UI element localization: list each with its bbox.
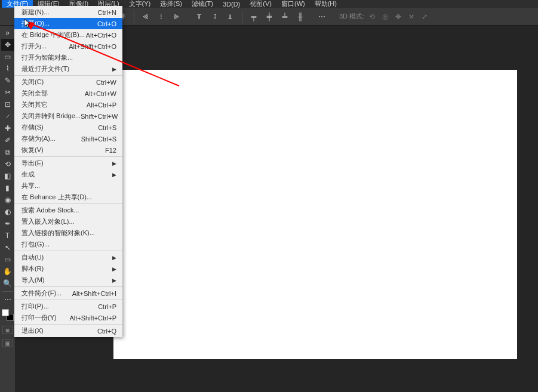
quickmask-icon[interactable]: ◙ — [2, 326, 13, 334]
distribute-h-icon[interactable]: ╫ — [294, 10, 307, 23]
menu-item-label: 打开(O)... — [21, 19, 50, 28]
menu-item[interactable]: 退出(X)Ctrl+Q — [14, 325, 122, 337]
menu-item-label: 共享... — [21, 181, 40, 190]
menu-item-label: 搜索 Adobe Stock... — [21, 206, 79, 215]
menu-item[interactable]: 关闭其它Alt+Ctrl+P — [14, 99, 122, 110]
menu-item[interactable]: 新建(N)...Ctrl+N — [14, 7, 122, 18]
quick-select-tool-icon[interactable]: ✎ — [1, 75, 14, 87]
healing-tool-icon[interactable]: ✚ — [1, 122, 14, 134]
shape-tool-icon[interactable]: ▭ — [1, 254, 14, 266]
menu-item[interactable]: 打印一份(Y)Alt+Shift+Ctrl+P — [14, 312, 122, 323]
menu-item[interactable]: 导出(E)▶ — [14, 158, 122, 169]
eraser-tool-icon[interactable]: ◧ — [1, 170, 14, 182]
path-select-icon[interactable]: ↖ — [1, 242, 14, 254]
menu-item[interactable]: 打开(O)...Ctrl+O — [14, 18, 122, 29]
menu-item[interactable]: 存储(S)Ctrl+S — [14, 122, 122, 133]
menubar-item-6[interactable]: 滤镜(T) — [187, 0, 218, 8]
eyedropper-tool-icon[interactable]: ⟋ — [1, 110, 14, 122]
align-center-h-icon[interactable]: ⫶ — [155, 10, 168, 23]
frame-tool-icon[interactable]: ⊡ — [1, 98, 14, 110]
align-top-icon[interactable]: ⫪ — [193, 10, 206, 23]
crop-tool-icon[interactable]: ✂ — [1, 87, 14, 98]
gradient-tool-icon[interactable]: ▮ — [1, 182, 14, 194]
3d-scale-icon[interactable]: ⤢ — [419, 11, 430, 22]
foreground-color[interactable] — [2, 309, 9, 316]
menu-item-shortcut: Alt+Ctrl+O — [86, 32, 116, 39]
menu-item-shortcut: Ctrl+W — [96, 79, 116, 86]
menu-item[interactable]: 脚本(R)▶ — [14, 263, 122, 274]
align-bottom-icon[interactable]: ⫫ — [224, 10, 237, 23]
menu-item[interactable]: 恢复(V)F12 — [14, 144, 122, 156]
menu-item-label: 打开为... — [21, 42, 47, 51]
file-menu-dropdown: 新建(N)...Ctrl+N打开(O)...Ctrl+O在 Bridge 中浏览… — [14, 6, 122, 337]
pen-tool-icon[interactable]: ✒ — [1, 218, 14, 230]
screenmode-icon[interactable]: ▣ — [2, 339, 13, 347]
brush-tool-icon[interactable]: ✐ — [1, 134, 14, 146]
menu-item[interactable]: 打印(P)...Ctrl+P — [14, 301, 122, 312]
menu-item[interactable]: 最近打开文件(T)▶ — [14, 63, 122, 75]
menubar-item-9[interactable]: 窗口(W) — [276, 0, 310, 8]
marquee-tool-icon[interactable]: ▭ — [1, 51, 14, 63]
menu-item-shortcut: Alt+Shift+Ctrl+P — [69, 314, 116, 322]
distribute-top-icon[interactable]: ╤ — [247, 10, 260, 23]
document-canvas[interactable] — [113, 70, 517, 359]
align-center-v-icon[interactable]: ⫱ — [208, 10, 222, 23]
menu-item-label: 关闭并转到 Bridge... — [21, 112, 81, 121]
menu-item-label: 关闭全部 — [21, 89, 48, 98]
type-tool-icon[interactable]: T — [1, 230, 14, 242]
menu-item-shortcut: Ctrl+Q — [97, 328, 116, 335]
menu-item[interactable]: 置入链接的智能对象(K)... — [14, 227, 122, 239]
history-brush-icon[interactable]: ⟲ — [1, 158, 14, 170]
blur-tool-icon[interactable]: ◉ — [1, 194, 14, 206]
menubar-item-4[interactable]: 文字(Y) — [124, 0, 156, 8]
zoom-tool-icon[interactable]: 🔍 — [1, 277, 14, 289]
edit-toolbar-icon[interactable]: ⋯ — [1, 294, 14, 305]
menubar-item-8[interactable]: 视图(V) — [245, 0, 276, 8]
dodge-tool-icon[interactable]: ◐ — [1, 206, 14, 218]
menu-item-label: 文件简介(F)... — [21, 289, 62, 298]
menu-item[interactable]: 生成▶ — [14, 169, 122, 180]
color-swatches[interactable] — [2, 309, 14, 321]
separator — [134, 11, 134, 23]
align-right-icon[interactable]: ⫸ — [170, 10, 183, 23]
3d-slide-icon[interactable]: ⤧ — [406, 11, 417, 22]
menubar-item-7[interactable]: 3D(D) — [218, 0, 245, 8]
more-options-icon[interactable]: ⋯ — [315, 10, 328, 23]
hand-tool-icon[interactable]: ✋ — [1, 266, 14, 277]
submenu-arrow-icon: ▶ — [112, 160, 116, 166]
clone-tool-icon[interactable]: ⧉ — [1, 146, 14, 158]
menu-item[interactable]: 文件简介(F)...Alt+Shift+Ctrl+I — [14, 288, 122, 299]
menubar-item-10[interactable]: 帮助(H) — [310, 0, 342, 8]
menu-item[interactable]: 关闭(C)Ctrl+W — [14, 76, 122, 88]
menu-item-shortcut: F12 — [105, 147, 116, 154]
menu-item[interactable]: 搜索 Adobe Stock... — [14, 205, 122, 216]
menu-item[interactable]: 共享... — [14, 180, 122, 192]
menu-item-shortcut: Ctrl+P — [98, 303, 116, 310]
distribute-bottom-icon[interactable]: ╧ — [278, 10, 291, 23]
distribute-v-center-icon[interactable]: ╪ — [263, 10, 276, 23]
menu-item[interactable]: 导入(M)▶ — [14, 274, 122, 286]
menu-item[interactable]: 置入嵌入对象(L)... — [14, 216, 122, 227]
3d-pan-icon[interactable]: ✥ — [393, 11, 404, 22]
move-tool-icon[interactable]: ✥ — [1, 39, 14, 51]
menu-item-label: 脚本(R) — [21, 264, 44, 273]
menu-item[interactable]: 自动(U)▶ — [14, 252, 122, 263]
menu-item[interactable]: 关闭全部Alt+Ctrl+W — [14, 88, 122, 99]
menubar-item-5[interactable]: 选择(S) — [155, 0, 187, 8]
menu-item-label: 在 Bridge 中浏览(B)... — [21, 30, 85, 39]
submenu-arrow-icon: ▶ — [112, 266, 116, 272]
menu-item[interactable]: 存储为(A)...Shift+Ctrl+S — [14, 133, 122, 144]
menu-item[interactable]: 关闭并转到 Bridge...Shift+Ctrl+W — [14, 110, 122, 122]
menu-item[interactable]: 在 Bridge 中浏览(B)...Alt+Ctrl+O — [14, 29, 122, 41]
menu-item[interactable]: 打开为...Alt+Shift+Ctrl+O — [14, 41, 122, 52]
lasso-tool-icon[interactable]: ⌇ — [1, 63, 14, 75]
3d-orbit-icon[interactable]: ⟲ — [367, 11, 377, 22]
align-left-icon[interactable]: ⫷ — [139, 10, 152, 23]
submenu-arrow-icon: ▶ — [112, 255, 116, 261]
expand-icon[interactable]: » — [1, 27, 14, 39]
3d-roll-icon[interactable]: ◎ — [380, 11, 391, 22]
menu-item-shortcut: Shift+Ctrl+S — [81, 135, 116, 143]
menu-item[interactable]: 打开为智能对象... — [14, 52, 122, 63]
menu-item[interactable]: 打包(G)... — [14, 239, 122, 250]
menu-item[interactable]: 在 Behance 上共享(D)... — [14, 192, 122, 203]
